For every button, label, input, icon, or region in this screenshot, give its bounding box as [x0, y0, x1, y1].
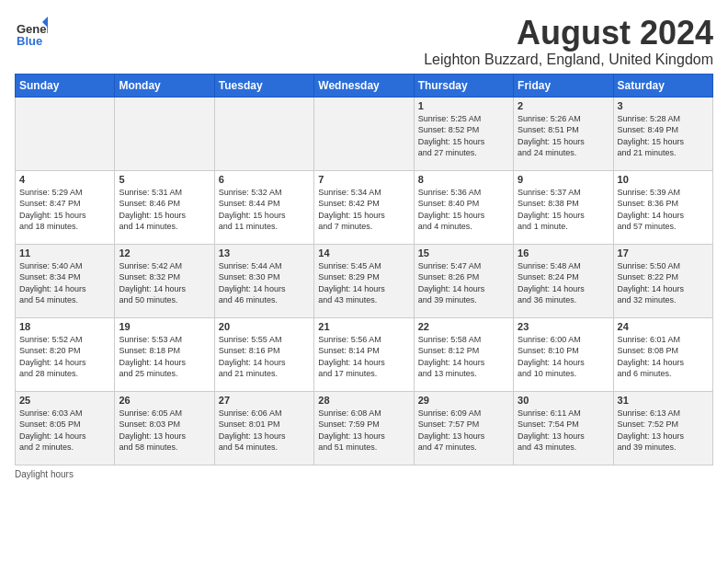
day-number: 24: [618, 321, 709, 332]
calendar-cell: [115, 97, 214, 170]
calendar-cell: 14Sunrise: 5:45 AM Sunset: 8:29 PM Dayli…: [314, 244, 414, 317]
calendar-cell: 25Sunrise: 6:03 AM Sunset: 8:05 PM Dayli…: [16, 391, 115, 465]
calendar-cell: 19Sunrise: 5:53 AM Sunset: 8:18 PM Dayli…: [115, 317, 214, 391]
cell-text: Sunrise: 6:01 AM Sunset: 8:08 PM Dayligh…: [618, 334, 709, 380]
day-number: 31: [618, 395, 709, 406]
cell-text: Sunrise: 5:52 AM Sunset: 8:20 PM Dayligh…: [19, 334, 110, 380]
calendar-cell: 7Sunrise: 5:34 AM Sunset: 8:42 PM Daylig…: [314, 170, 414, 244]
calendar-cell: 31Sunrise: 6:13 AM Sunset: 7:52 PM Dayli…: [613, 391, 712, 465]
day-number: 19: [119, 321, 210, 332]
calendar-week-row: 4Sunrise: 5:29 AM Sunset: 8:47 PM Daylig…: [16, 170, 713, 244]
footer-note: Daylight hours: [15, 469, 713, 479]
calendar-week-row: 18Sunrise: 5:52 AM Sunset: 8:20 PM Dayli…: [16, 317, 713, 391]
weekday-header: Thursday: [414, 74, 513, 97]
day-number: 1: [418, 100, 509, 111]
day-number: 2: [518, 100, 609, 111]
calendar-cell: 17Sunrise: 5:50 AM Sunset: 8:22 PM Dayli…: [613, 244, 712, 317]
cell-text: Sunrise: 6:06 AM Sunset: 8:01 PM Dayligh…: [219, 408, 310, 454]
calendar-cell: 29Sunrise: 6:09 AM Sunset: 7:57 PM Dayli…: [414, 391, 513, 465]
day-number: 20: [219, 321, 310, 332]
day-number: 14: [318, 247, 409, 259]
cell-text: Sunrise: 5:50 AM Sunset: 8:22 PM Dayligh…: [618, 260, 709, 306]
calendar-cell: 16Sunrise: 5:48 AM Sunset: 8:24 PM Dayli…: [514, 244, 613, 317]
title-block: August 2024 Leighton Buzzard, England, U…: [424, 15, 713, 68]
cell-text: Sunrise: 5:58 AM Sunset: 8:12 PM Dayligh…: [418, 334, 509, 380]
svg-text:Blue: Blue: [17, 34, 42, 48]
cell-text: Sunrise: 5:40 AM Sunset: 8:34 PM Dayligh…: [19, 260, 110, 306]
calendar-week-row: 11Sunrise: 5:40 AM Sunset: 8:34 PM Dayli…: [16, 244, 713, 317]
calendar-cell: 10Sunrise: 5:39 AM Sunset: 8:36 PM Dayli…: [613, 170, 712, 244]
weekday-header: Sunday: [16, 74, 115, 97]
weekday-header: Saturday: [613, 74, 712, 97]
calendar-cell: 27Sunrise: 6:06 AM Sunset: 8:01 PM Dayli…: [214, 391, 313, 465]
calendar-cell: 28Sunrise: 6:08 AM Sunset: 7:59 PM Dayli…: [314, 391, 414, 465]
calendar-week-row: 25Sunrise: 6:03 AM Sunset: 8:05 PM Dayli…: [16, 391, 713, 465]
cell-text: Sunrise: 5:26 AM Sunset: 8:51 PM Dayligh…: [518, 113, 609, 159]
cell-text: Sunrise: 5:48 AM Sunset: 8:24 PM Dayligh…: [518, 260, 609, 306]
calendar-table: SundayMondayTuesdayWednesdayThursdayFrid…: [15, 74, 713, 465]
calendar-header: SundayMondayTuesdayWednesdayThursdayFrid…: [16, 74, 713, 97]
day-number: 17: [618, 247, 709, 259]
calendar-cell: [314, 97, 414, 170]
weekday-header: Friday: [514, 74, 613, 97]
calendar-cell: 18Sunrise: 5:52 AM Sunset: 8:20 PM Dayli…: [16, 317, 115, 391]
cell-text: Sunrise: 5:39 AM Sunset: 8:36 PM Dayligh…: [618, 187, 709, 233]
cell-text: Sunrise: 5:36 AM Sunset: 8:40 PM Dayligh…: [418, 187, 509, 233]
day-number: 13: [219, 247, 310, 259]
header-row: SundayMondayTuesdayWednesdayThursdayFrid…: [16, 74, 713, 97]
calendar-body: 1Sunrise: 5:25 AM Sunset: 8:52 PM Daylig…: [16, 97, 713, 465]
cell-text: Sunrise: 5:56 AM Sunset: 8:14 PM Dayligh…: [318, 334, 409, 380]
calendar-cell: [16, 97, 115, 170]
cell-text: Sunrise: 5:29 AM Sunset: 8:47 PM Dayligh…: [19, 187, 110, 233]
calendar-cell: 2Sunrise: 5:26 AM Sunset: 8:51 PM Daylig…: [514, 97, 613, 170]
cell-text: Sunrise: 5:45 AM Sunset: 8:29 PM Dayligh…: [318, 260, 409, 306]
calendar-cell: 9Sunrise: 5:37 AM Sunset: 8:38 PM Daylig…: [514, 170, 613, 244]
calendar-cell: 26Sunrise: 6:05 AM Sunset: 8:03 PM Dayli…: [115, 391, 214, 465]
calendar-cell: 15Sunrise: 5:47 AM Sunset: 8:26 PM Dayli…: [414, 244, 513, 317]
cell-text: Sunrise: 5:44 AM Sunset: 8:30 PM Dayligh…: [219, 260, 310, 306]
day-number: 28: [318, 395, 409, 406]
cell-text: Sunrise: 5:47 AM Sunset: 8:26 PM Dayligh…: [418, 260, 509, 306]
cell-text: Sunrise: 6:13 AM Sunset: 7:52 PM Dayligh…: [618, 408, 709, 454]
day-number: 23: [518, 321, 609, 332]
day-number: 11: [19, 247, 110, 259]
day-number: 30: [518, 395, 609, 406]
cell-text: Sunrise: 6:11 AM Sunset: 7:54 PM Dayligh…: [518, 408, 609, 454]
page: General Blue August 2024 Leighton Buzzar…: [0, 0, 728, 488]
day-number: 6: [219, 174, 310, 185]
day-number: 10: [618, 174, 709, 185]
month-year: August 2024: [424, 15, 713, 52]
calendar-cell: 4Sunrise: 5:29 AM Sunset: 8:47 PM Daylig…: [16, 170, 115, 244]
day-number: 29: [418, 395, 509, 406]
day-number: 27: [219, 395, 310, 406]
day-number: 18: [19, 321, 110, 332]
cell-text: Sunrise: 6:03 AM Sunset: 8:05 PM Dayligh…: [19, 408, 110, 454]
calendar-cell: 11Sunrise: 5:40 AM Sunset: 8:34 PM Dayli…: [16, 244, 115, 317]
cell-text: Sunrise: 5:53 AM Sunset: 8:18 PM Dayligh…: [119, 334, 210, 380]
cell-text: Sunrise: 6:09 AM Sunset: 7:57 PM Dayligh…: [418, 408, 509, 454]
calendar-cell: 30Sunrise: 6:11 AM Sunset: 7:54 PM Dayli…: [514, 391, 613, 465]
weekday-header: Tuesday: [214, 74, 313, 97]
weekday-header: Wednesday: [314, 74, 414, 97]
day-number: 16: [518, 247, 609, 259]
day-number: 9: [518, 174, 609, 185]
cell-text: Sunrise: 6:05 AM Sunset: 8:03 PM Dayligh…: [119, 408, 210, 454]
calendar-cell: 6Sunrise: 5:32 AM Sunset: 8:44 PM Daylig…: [214, 170, 313, 244]
calendar-cell: 20Sunrise: 5:55 AM Sunset: 8:16 PM Dayli…: [214, 317, 313, 391]
day-number: 4: [19, 174, 110, 185]
day-number: 15: [418, 247, 509, 259]
calendar-cell: 8Sunrise: 5:36 AM Sunset: 8:40 PM Daylig…: [414, 170, 513, 244]
cell-text: Sunrise: 5:31 AM Sunset: 8:46 PM Dayligh…: [119, 187, 210, 233]
cell-text: Sunrise: 5:25 AM Sunset: 8:52 PM Dayligh…: [418, 113, 509, 159]
calendar-cell: 13Sunrise: 5:44 AM Sunset: 8:30 PM Dayli…: [214, 244, 313, 317]
day-number: 26: [119, 395, 210, 406]
day-number: 8: [418, 174, 509, 185]
day-number: 7: [318, 174, 409, 185]
calendar-cell: 24Sunrise: 6:01 AM Sunset: 8:08 PM Dayli…: [613, 317, 712, 391]
cell-text: Sunrise: 5:28 AM Sunset: 8:49 PM Dayligh…: [618, 113, 709, 159]
logo-icon: General Blue: [15, 15, 48, 48]
cell-text: Sunrise: 5:37 AM Sunset: 8:38 PM Dayligh…: [518, 187, 609, 233]
calendar-cell: 12Sunrise: 5:42 AM Sunset: 8:32 PM Dayli…: [115, 244, 214, 317]
calendar-week-row: 1Sunrise: 5:25 AM Sunset: 8:52 PM Daylig…: [16, 97, 713, 170]
logo: General Blue: [15, 15, 48, 48]
